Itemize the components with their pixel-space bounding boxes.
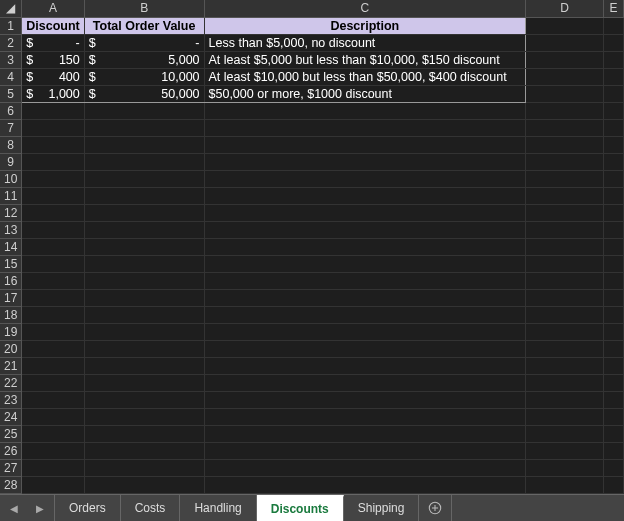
cell-D22[interactable] xyxy=(526,374,604,391)
cell-B15[interactable] xyxy=(84,255,204,272)
row-header-15[interactable]: 15 xyxy=(0,255,22,272)
row-header-18[interactable]: 18 xyxy=(0,306,22,323)
cell-D5[interactable] xyxy=(526,85,604,102)
cell-E7[interactable] xyxy=(604,119,624,136)
cell-E15[interactable] xyxy=(604,255,624,272)
cell-D18[interactable] xyxy=(526,306,604,323)
cell-C28[interactable] xyxy=(204,476,526,493)
row-header-4[interactable]: 4 xyxy=(0,68,22,85)
cell-D8[interactable] xyxy=(526,136,604,153)
cell-C18[interactable] xyxy=(204,306,526,323)
cell-B16[interactable] xyxy=(84,272,204,289)
cell-B23[interactable] xyxy=(84,391,204,408)
cell-E25[interactable] xyxy=(604,425,624,442)
cell-E1[interactable] xyxy=(604,17,624,34)
cell-A3[interactable]: $150 xyxy=(22,51,84,68)
cell-E5[interactable] xyxy=(604,85,624,102)
row-header-7[interactable]: 7 xyxy=(0,119,22,136)
cell-C5[interactable]: $50,000 or more, $1000 discount xyxy=(204,85,526,102)
row-header-16[interactable]: 16 xyxy=(0,272,22,289)
cell-A18[interactable] xyxy=(22,306,84,323)
cell-A2[interactable]: $- xyxy=(22,34,84,51)
cell-A23[interactable] xyxy=(22,391,84,408)
cell-B28[interactable] xyxy=(84,476,204,493)
cell-B3[interactable]: $5,000 xyxy=(84,51,204,68)
cell-B1[interactable]: Total Order Value xyxy=(84,17,204,34)
cell-B17[interactable] xyxy=(84,289,204,306)
cell-A22[interactable] xyxy=(22,374,84,391)
col-header-D[interactable]: D xyxy=(526,0,604,17)
tab-costs[interactable]: Costs xyxy=(121,495,181,521)
tab-prev-icon[interactable]: ◀ xyxy=(10,503,18,514)
cell-E4[interactable] xyxy=(604,68,624,85)
cell-D25[interactable] xyxy=(526,425,604,442)
cell-D10[interactable] xyxy=(526,170,604,187)
cell-E12[interactable] xyxy=(604,204,624,221)
cell-A24[interactable] xyxy=(22,408,84,425)
cell-D12[interactable] xyxy=(526,204,604,221)
cell-B20[interactable] xyxy=(84,340,204,357)
cell-B4[interactable]: $10,000 xyxy=(84,68,204,85)
row-header-10[interactable]: 10 xyxy=(0,170,22,187)
row-header-5[interactable]: 5 xyxy=(0,85,22,102)
cell-A15[interactable] xyxy=(22,255,84,272)
cell-E23[interactable] xyxy=(604,391,624,408)
cell-C9[interactable] xyxy=(204,153,526,170)
col-header-B[interactable]: B xyxy=(84,0,204,17)
cell-A16[interactable] xyxy=(22,272,84,289)
cell-B5[interactable]: $50,000 xyxy=(84,85,204,102)
row-header-19[interactable]: 19 xyxy=(0,323,22,340)
cell-B11[interactable] xyxy=(84,187,204,204)
cell-D2[interactable] xyxy=(526,34,604,51)
cell-D17[interactable] xyxy=(526,289,604,306)
cell-E6[interactable] xyxy=(604,102,624,119)
cell-C23[interactable] xyxy=(204,391,526,408)
cell-E18[interactable] xyxy=(604,306,624,323)
cell-B24[interactable] xyxy=(84,408,204,425)
cell-D23[interactable] xyxy=(526,391,604,408)
cell-A26[interactable] xyxy=(22,442,84,459)
cell-D7[interactable] xyxy=(526,119,604,136)
cell-B14[interactable] xyxy=(84,238,204,255)
row-header-12[interactable]: 12 xyxy=(0,204,22,221)
row-header-6[interactable]: 6 xyxy=(0,102,22,119)
cell-C11[interactable] xyxy=(204,187,526,204)
cell-C21[interactable] xyxy=(204,357,526,374)
cell-A1[interactable]: Discount xyxy=(22,17,84,34)
cell-C26[interactable] xyxy=(204,442,526,459)
cell-A7[interactable] xyxy=(22,119,84,136)
row-header-25[interactable]: 25 xyxy=(0,425,22,442)
cell-E21[interactable] xyxy=(604,357,624,374)
row-header-9[interactable]: 9 xyxy=(0,153,22,170)
cell-D13[interactable] xyxy=(526,221,604,238)
cell-B12[interactable] xyxy=(84,204,204,221)
cell-E16[interactable] xyxy=(604,272,624,289)
cell-B8[interactable] xyxy=(84,136,204,153)
cell-A21[interactable] xyxy=(22,357,84,374)
cell-B27[interactable] xyxy=(84,459,204,476)
tab-orders[interactable]: Orders xyxy=(55,495,121,521)
cell-E14[interactable] xyxy=(604,238,624,255)
cell-D6[interactable] xyxy=(526,102,604,119)
cell-E19[interactable] xyxy=(604,323,624,340)
cell-C27[interactable] xyxy=(204,459,526,476)
row-header-11[interactable]: 11 xyxy=(0,187,22,204)
cell-D9[interactable] xyxy=(526,153,604,170)
cell-C14[interactable] xyxy=(204,238,526,255)
col-header-A[interactable]: A xyxy=(22,0,84,17)
cell-C20[interactable] xyxy=(204,340,526,357)
cell-E17[interactable] xyxy=(604,289,624,306)
cell-C24[interactable] xyxy=(204,408,526,425)
row-header-3[interactable]: 3 xyxy=(0,51,22,68)
cell-A12[interactable] xyxy=(22,204,84,221)
cell-C12[interactable] xyxy=(204,204,526,221)
cell-D4[interactable] xyxy=(526,68,604,85)
cell-D24[interactable] xyxy=(526,408,604,425)
cell-A27[interactable] xyxy=(22,459,84,476)
cell-E3[interactable] xyxy=(604,51,624,68)
cell-B21[interactable] xyxy=(84,357,204,374)
cell-B6[interactable] xyxy=(84,102,204,119)
cell-A8[interactable] xyxy=(22,136,84,153)
cell-E9[interactable] xyxy=(604,153,624,170)
cell-C16[interactable] xyxy=(204,272,526,289)
